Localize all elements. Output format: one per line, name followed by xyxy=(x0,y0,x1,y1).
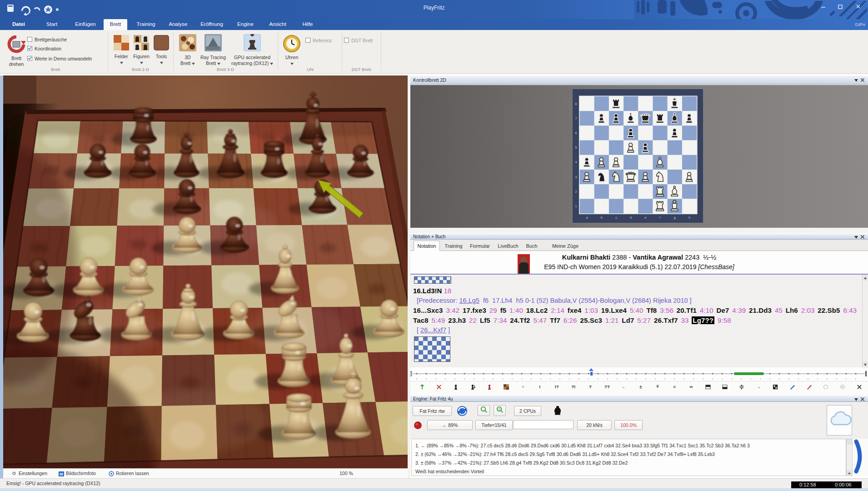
svg-text:a: a xyxy=(586,216,588,219)
svg-text:8: 8 xyxy=(575,102,577,105)
svg-text:e: e xyxy=(644,216,646,219)
svg-text:7: 7 xyxy=(575,117,577,120)
svg-text:4: 4 xyxy=(575,160,577,164)
svg-text:6: 6 xyxy=(575,131,577,135)
svg-text:h: h xyxy=(688,216,690,219)
svg-text:c: c xyxy=(615,216,617,219)
svg-text:b: b xyxy=(601,216,603,219)
svg-text:g: g xyxy=(674,216,676,220)
svg-text:1: 1 xyxy=(575,205,577,208)
svg-text:d: d xyxy=(630,216,632,219)
svg-text:5: 5 xyxy=(575,146,577,149)
svg-text:3: 3 xyxy=(575,175,577,179)
svg-text:f: f xyxy=(660,216,661,219)
svg-text:2: 2 xyxy=(575,190,577,193)
